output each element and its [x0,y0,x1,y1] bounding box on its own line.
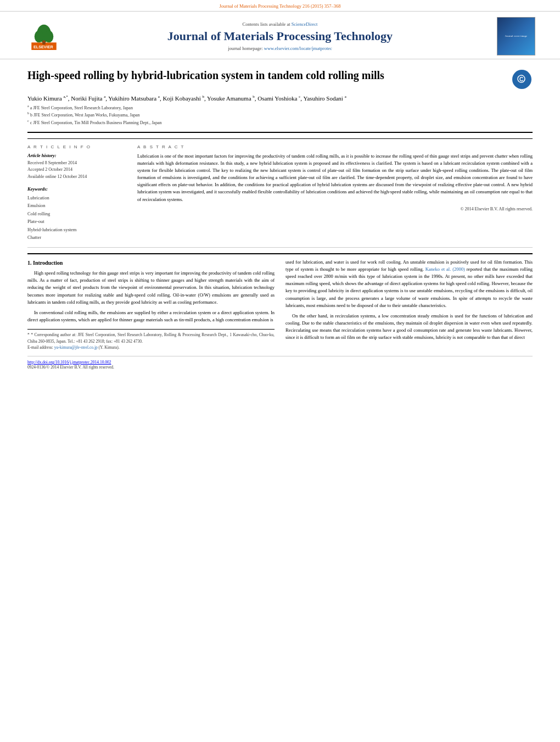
keywords-block: Keywords: Lubrication Emulsion Cold roll… [27,186,126,242]
keyword-cold-rolling: Cold rolling [27,210,126,217]
article-info-column: A R T I C L E I N F O Article history: R… [27,144,126,242]
journal-header-center: Contents lists available at ScienceDirec… [66,21,494,51]
crossmark-icon[interactable]: C [512,70,531,89]
journal-reference: Journal of Materials Processing Technolo… [220,3,341,9]
svg-rect-4 [42,41,45,44]
accepted-date: Accepted 2 October 2014 [27,166,126,174]
keyword-emulsion: Emulsion [27,202,126,209]
svg-text:C: C [519,76,523,82]
affiliations: a a JFE Steel Corporation, Steel Researc… [27,104,533,126]
introduction-right-col: used for lubrication, and water is used … [285,259,533,350]
affiliation-b: b b JFE Steel Corporation, West Japan Wo… [27,111,533,119]
right-para-2: On the other hand, in recirculation syst… [285,313,533,342]
article-info-header: A R T I C L E I N F O [27,144,126,149]
introduction-left-col: 1. Introduction High speed rolling techn… [27,259,275,350]
section-divider-main [27,132,533,133]
crossmark-badge[interactable]: C [511,68,533,90]
affiliation-c: c c JFE Steel Corporation, Tin Mill Prod… [27,119,533,126]
svg-text:ELSEVIER: ELSEVIER [33,44,54,49]
elsevier-logo: ELSEVIER [22,23,66,50]
article-title: High-speed rolling by hybrid-lubrication… [27,68,511,82]
homepage-link[interactable]: www.elsevier.com/locate/jmatprotec [264,46,332,51]
footnote-section: * * Corresponding author at: JFE Steel C… [27,329,275,350]
copyright-line: © 2014 Elsevier B.V. All rights reserved… [137,207,533,211]
kaneko-reference[interactable]: Kaneko et al. (2000) [425,266,465,272]
history-title: Article history: [27,153,126,158]
right-para-1: used for lubrication, and water is used … [285,259,533,309]
journal-thumbnail: Journal cover image [497,17,535,55]
sciencedirect-link[interactable]: ScienceDirect [292,21,318,27]
article-content: High-speed rolling by hybrid-lubrication… [0,59,560,375]
issn-line: 0924-0136/© 2014 Elsevier B.V. All right… [27,365,114,370]
email-link[interactable]: yu-kimura@jfe-steel.co.jp [54,345,98,350]
affiliation-a: a a JFE Steel Corporation, Steel Researc… [27,104,533,111]
abstract-text: Lubrication is one of the most important… [137,153,533,203]
section-1-title: 1. Introduction [27,259,275,267]
received-date: Received 8 September 2014 [27,160,126,167]
keyword-chatter: Chatter [27,233,126,241]
footnote-email: E-mail address: yu-kimura@jfe-steel.co.j… [27,344,275,350]
article-title-section: High-speed rolling by hybrid-lubrication… [27,65,533,90]
journal-reference-bar: Journal of Materials Processing Technolo… [0,0,560,12]
introduction-section: 1. Introduction High speed rolling techn… [27,259,533,350]
footnote-star: * * Corresponding author at: JFE Steel C… [27,332,275,344]
journal-title: Journal of Materials Processing Technolo… [77,29,483,43]
homepage-line: journal homepage: www.elsevier.com/locat… [77,46,483,51]
svg-point-3 [44,31,53,43]
keyword-plate-out: Plate-out [27,217,126,225]
intro-para-1: High speed rolling technology for thin g… [27,270,275,306]
abstract-column: A B S T R A C T Lubrication is one of th… [137,144,533,242]
authors-line: Yukio Kimura a,*, Noriki Fujita a, Yukih… [27,94,533,102]
journal-thumbnail-area: Journal cover image [494,17,538,55]
abstract-header: A B S T R A C T [137,144,533,149]
keyword-hybrid: Hybrid-lubrication system [27,226,126,233]
article-history-block: Article history: Received 8 September 20… [27,153,126,181]
intro-para-2: In conventional cold rolling mills, the … [27,309,275,323]
available-date: Available online 12 October 2014 [27,174,126,181]
contents-line: Contents lists available at ScienceDirec… [77,21,483,27]
keyword-lubrication: Lubrication [27,194,126,202]
bottom-links-section: http://dx.doi.org/10.1016/j.jmatprotec.2… [27,356,533,370]
svg-point-2 [35,31,43,43]
elsevier-tree-icon: ELSEVIER [30,23,58,50]
journal-header: ELSEVIER Contents lists available at Sci… [0,12,560,59]
article-info-abstract-section: A R T I C L E I N F O Article history: R… [27,138,533,248]
doi-link[interactable]: http://dx.doi.org/10.1016/j.jmatprotec.2… [27,360,111,365]
page-wrapper: Journal of Materials Processing Technolo… [0,0,560,742]
body-section-divider [27,253,533,254]
keywords-title: Keywords: [27,186,126,192]
